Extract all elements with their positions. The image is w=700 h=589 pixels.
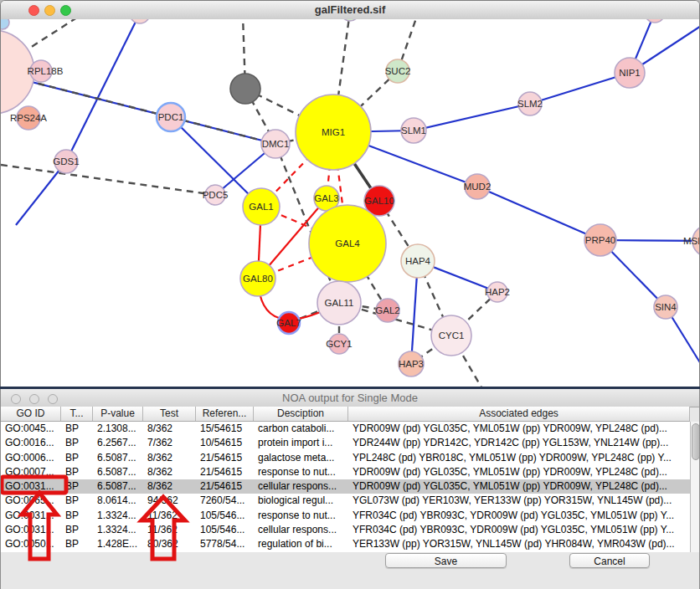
column-header-desciption[interactable]: Desciption <box>254 407 348 421</box>
cell: 8/362 <box>143 465 196 479</box>
cell: BP <box>61 436 93 450</box>
save-button[interactable]: Save <box>385 553 507 568</box>
node-label-rps24a: RPS24A <box>10 113 47 123</box>
node-label-nip1: NIP1 <box>619 68 641 78</box>
table-row[interactable]: GO:0007...BP6.5087...8/36221/54615respon… <box>1 465 690 479</box>
cell: 21/54615 <box>196 451 254 465</box>
cell: 8/362 <box>143 422 196 436</box>
vertical-scrollbar[interactable] <box>690 422 700 552</box>
table-row[interactable]: GO:0031...BP1.3324...11/362105/546...res… <box>1 509 690 523</box>
cancel-button[interactable]: Cancel <box>569 553 650 568</box>
node-tp1[interactable] <box>130 19 150 23</box>
cell: response to nut... <box>254 509 348 523</box>
node-label-gal1: GAL1 <box>249 202 273 212</box>
node-label-gal2: GAL2 <box>375 305 399 315</box>
cell: BP <box>61 509 93 523</box>
noa-output-window: NOA output for Single Mode GO IDT...P-va… <box>0 389 700 589</box>
cell: GO:0016... <box>1 436 61 450</box>
cell: BP <box>61 537 93 551</box>
table-row[interactable]: GO:0016...BP6.2567...7/36210/54615protei… <box>1 436 690 450</box>
table-row[interactable]: GO:0050...BP1.428E...80/3625778/54...reg… <box>1 537 690 551</box>
network-window-titlebar[interactable]: galFiltered.sif <box>1 1 699 20</box>
cell: 105/546... <box>196 509 254 523</box>
node-label-suc2: SUC2 <box>385 66 411 76</box>
node-tp3[interactable] <box>645 19 665 23</box>
cell: 21/54615 <box>196 465 254 479</box>
cell: YDR009W (pd) YGL035C, YML051W (pp) YDR00… <box>348 479 690 494</box>
cell: YDR244W (pp) YDR142C, YDR142C (pp) YGL15… <box>348 436 690 450</box>
cell: YDR009W (pd) YGL035C, YML051W (pp) YDR00… <box>348 422 690 436</box>
column-header-p-value[interactable]: P-value <box>93 407 143 421</box>
cell: YFR034C (pd) YBR093C, YDR009W (pd) YGL03… <box>348 509 690 523</box>
node-tg[interactable] <box>341 19 359 21</box>
table-row[interactable]: GO:0031...BP1.3324...11/362105/546...cel… <box>1 523 690 537</box>
node-label-mig1: MIG1 <box>322 127 345 137</box>
cell: 15/54615 <box>196 422 254 436</box>
node-label-dmc1: DMC1 <box>262 139 290 149</box>
cell: GO:0050... <box>1 537 61 551</box>
cell: 6.5087... <box>93 465 143 479</box>
noa-window-titlebar[interactable]: NOA output for Single Mode <box>1 389 699 407</box>
node-label-gal4: GAL4 <box>335 238 360 248</box>
node-label-slm1: SLM1 <box>401 125 426 136</box>
node-gray[interactable] <box>230 74 260 104</box>
network-edge <box>1 165 215 195</box>
cell: 5778/54... <box>196 537 254 551</box>
cell: 21/54615 <box>196 479 254 494</box>
cell: 105/546... <box>196 523 254 537</box>
node-label-rpl18b: RPL18B <box>28 66 64 76</box>
cell: YFR034C (pd) YBR093C, YDR009W (pd) YGL03… <box>348 523 690 537</box>
column-header-test[interactable]: Test <box>143 407 196 421</box>
column-header-go-id[interactable]: GO ID <box>1 407 61 421</box>
table-row[interactable]: GO:0006...BP6.5087...8/36221/54615galact… <box>1 451 690 465</box>
cell: YPL248C (pd) YBR018C, YML051W (pp) YDR00… <box>348 451 690 465</box>
cell: 80/362 <box>143 537 196 551</box>
cell: GO:0045... <box>1 422 61 436</box>
node-label-gal7: GAL7 <box>276 318 301 328</box>
column-header-t-[interactable]: T... <box>61 407 93 421</box>
network-svg[interactable]: RPL18BRPS24AGDS1PDC1PDC5DMC1MIG1SLM1SUC2… <box>1 19 700 387</box>
cell: biological regul... <box>254 494 348 508</box>
table-row[interactable]: GO:0045...BP2.1308...8/36215/54615carbon… <box>1 422 690 436</box>
scrollbar-thumb[interactable] <box>692 423 700 460</box>
network-edge <box>414 104 530 131</box>
cell: 7/362 <box>143 436 196 450</box>
cell: GO:0031... <box>1 523 61 537</box>
node-tinytl[interactable] <box>1 19 9 29</box>
node-label-hap4: HAP4 <box>405 256 431 266</box>
cell: GO:0007... <box>1 465 61 479</box>
table-row[interactable]: GO:0065...BP8.0614...94/3627260/54...bio… <box>1 494 690 508</box>
table-row-selected[interactable]: GO:0031...BP6.5087...8/36221/54615cellul… <box>1 479 690 494</box>
cell: 8/362 <box>143 479 196 494</box>
node-label-gal80: GAL80 <box>243 274 273 284</box>
results-table-header[interactable]: GO IDT...P-valueTestReferen...Desciption… <box>1 407 690 422</box>
cell: BP <box>61 494 93 508</box>
node-label-gds1: GDS1 <box>53 156 79 166</box>
node-label-gal10: GAL10 <box>364 196 394 206</box>
cell: BP <box>61 451 93 465</box>
cell: YER133W (pp) YOR315W, YNL145W (pd) YHR08… <box>348 537 690 551</box>
node-label-msl1: MSL1 <box>683 236 700 246</box>
cell: 7260/54... <box>196 494 254 508</box>
cell: BP <box>61 523 93 537</box>
cell: YDR009W (pd) YGL035C, YML051W (pp) YDR00… <box>348 465 690 479</box>
column-header-referen-[interactable]: Referen... <box>196 407 254 421</box>
cell: BP <box>61 465 93 479</box>
node-label-pdc5: PDC5 <box>203 190 229 200</box>
node-label-mud2: MUD2 <box>464 182 492 192</box>
cell: cellular respons... <box>254 523 348 537</box>
node-label-sin4: SIN4 <box>655 302 677 312</box>
node-label-slm2: SLM2 <box>517 99 543 109</box>
node-label-hap2: HAP2 <box>485 287 510 297</box>
cell: 8/362 <box>143 451 196 465</box>
results-table[interactable]: GO:0045...BP2.1308...8/36215/54615carbon… <box>1 422 690 552</box>
cell: GO:0006... <box>1 451 61 465</box>
cell: protein import i... <box>254 436 348 450</box>
column-header-associated-edges[interactable]: Associated edges <box>348 407 690 421</box>
cell: 2.1308... <box>93 422 143 436</box>
cell: 6.2567... <box>93 436 143 450</box>
node-label-gal11: GAL11 <box>325 298 354 308</box>
cell: GO:0031... <box>1 479 61 494</box>
cell: 6.5087... <box>93 479 143 494</box>
cell: BP <box>61 422 93 436</box>
